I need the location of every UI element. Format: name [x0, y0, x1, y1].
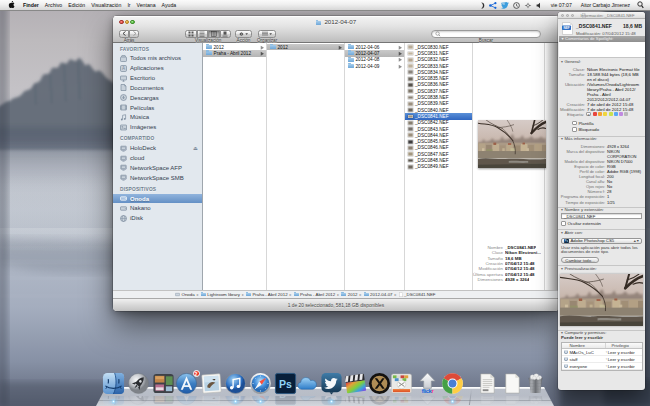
action-button[interactable]	[235, 30, 252, 38]
sidebar-item-cloud[interactable]: cloud	[113, 153, 202, 163]
sidebar-item-im-genes[interactable]: Imágenes	[113, 122, 202, 132]
section-preview[interactable]: Previsualización:	[561, 266, 597, 271]
tag-color-2[interactable]	[603, 112, 607, 116]
menu-user[interactable]: Aitor Carbajo Jimenez	[576, 2, 635, 8]
section-open-with[interactable]: Abrir con:	[561, 230, 583, 235]
tag-color-4[interactable]	[614, 112, 618, 116]
sidebar-item-descargas[interactable]: Descargas	[113, 93, 202, 103]
dock-cloud-app[interactable]	[296, 372, 319, 395]
info-minimize-button[interactable]	[566, 14, 569, 17]
dock-launchpad[interactable]	[127, 372, 150, 395]
network-share-icon[interactable]	[489, 2, 497, 9]
icon-view-button[interactable]	[185, 30, 197, 38]
menu-archivo[interactable]: Archivo	[42, 2, 65, 8]
sidebar-item-documentos[interactable]: Documentos	[113, 83, 202, 93]
keyboard-icon[interactable]	[524, 2, 532, 9]
dock-chrome[interactable]	[441, 372, 464, 395]
dock-photoshop[interactable]: PsPs	[274, 372, 297, 395]
menu-ventana[interactable]: Ventana	[134, 2, 159, 8]
sidebar-item-aplicaciones[interactable]: AAplicaciones	[113, 63, 202, 73]
search-input[interactable]	[431, 30, 541, 38]
tag-x-button[interactable]: x	[586, 112, 591, 117]
tag-color-0[interactable]	[593, 112, 597, 116]
forward-button[interactable]	[129, 30, 139, 38]
column-view-button[interactable]	[208, 30, 220, 38]
menu-ir[interactable]: Ir	[124, 2, 133, 8]
spotlight-icon[interactable]	[635, 1, 650, 9]
locked-checkbox-row[interactable]: Bloqueado	[572, 127, 599, 133]
breadcrumb-5[interactable]: 2012-04-07▸	[364, 292, 399, 297]
dock-app-store[interactable]: 2	[175, 372, 198, 395]
tag-color-3[interactable]	[609, 112, 613, 116]
folder-row-2012[interactable]: 2012▶	[267, 44, 344, 50]
tag-color-6[interactable]	[624, 112, 628, 116]
sidebar-item-nakano[interactable]: Nakano	[113, 203, 202, 213]
coverflow-view-button[interactable]	[220, 30, 232, 38]
menu-ayuda[interactable]: Ayuda	[159, 2, 180, 8]
sidebar-item-escritorio[interactable]: Escritorio	[113, 73, 202, 83]
breadcrumb-4[interactable]: 2012▸	[341, 292, 363, 297]
section-name-extension[interactable]: Nombre y extensión:	[561, 207, 604, 212]
section-general[interactable]: General:	[561, 59, 581, 64]
back-button[interactable]	[119, 30, 129, 38]
filename-field[interactable]: _DSC0841.NEF	[561, 213, 642, 220]
sidebar-item-m-sica[interactable]: Música	[113, 113, 202, 123]
timemachine-icon[interactable]	[513, 2, 520, 9]
dock-final-cut-pro[interactable]	[344, 372, 367, 395]
dock-game-app[interactable]	[390, 372, 413, 395]
dock-files-stack[interactable]	[501, 372, 524, 395]
dock-itunes[interactable]	[224, 372, 247, 395]
twitter-icon[interactable]	[501, 2, 509, 9]
template-checkbox[interactable]	[572, 121, 577, 126]
tag-color-1[interactable]	[598, 112, 602, 116]
breadcrumb-3[interactable]: Praha - Abril 2012▸	[294, 292, 342, 297]
file-row-_DSC0849.NEF[interactable]: _DSC0849.NEF	[405, 164, 472, 170]
template-checkbox-row[interactable]: Plantilla	[572, 120, 594, 126]
folder-row-2012-04-09[interactable]: 2012-04-09▶	[345, 63, 404, 69]
dock-flickr-uploadr[interactable]: flickr	[416, 372, 439, 395]
dock-documents-stack[interactable]	[476, 372, 499, 395]
breadcrumb-2[interactable]: Praha - Abril 2012▸	[246, 292, 294, 297]
change-all-button[interactable]: Cambiar todo...	[561, 257, 599, 263]
list-view-button[interactable]	[197, 30, 209, 38]
hide-extension-checkbox[interactable]	[561, 221, 566, 226]
dock-trash[interactable]	[524, 372, 547, 395]
permission-row-staff[interactable]: staff↕Leer y escribir	[562, 356, 642, 363]
crescent-icon[interactable]	[479, 2, 485, 9]
dock-mission-control[interactable]	[152, 372, 175, 395]
sidebar-item-pel-culas[interactable]: Películas	[113, 103, 202, 113]
info-close-button[interactable]	[561, 14, 564, 17]
organize-button[interactable]	[258, 30, 276, 38]
menu-clock[interactable]: vie 07:07	[547, 2, 576, 8]
dock-twitter[interactable]	[320, 372, 343, 395]
dock-safari[interactable]	[249, 372, 272, 395]
dock-x11[interactable]	[368, 372, 391, 395]
dock-finder[interactable]	[102, 372, 125, 395]
open-with-dropdown[interactable]: Ps Adobe Photoshop CS5 ▲▼	[561, 238, 642, 245]
volume-icon[interactable]	[536, 2, 543, 9]
eject-icon[interactable]: ⏏	[193, 145, 198, 151]
info-titlebar[interactable]: Información: _DSC0841.NEF	[558, 12, 645, 19]
info-preview-image[interactable]	[560, 274, 643, 326]
preview-thumbnail[interactable]	[478, 120, 546, 168]
tag-color-5[interactable]	[619, 112, 623, 116]
spotlight-comments-box[interactable]	[559, 42, 645, 58]
breadcrumb-0[interactable]: Onoda▸	[175, 292, 201, 297]
dock-preview-app[interactable]	[200, 372, 223, 395]
sidebar-item-idisk[interactable]: iDisk	[113, 213, 202, 223]
sidebar-item-todos-mis-archivos[interactable]: Todos mis archivos	[113, 54, 202, 64]
section-more-info[interactable]: Más información:	[561, 136, 597, 141]
breadcrumb-1[interactable]: Lightroom library▸	[201, 292, 246, 297]
permission-row-MAcOs_LuC[interactable]: MAcOs_LuC↕Leer y escribir	[562, 349, 642, 356]
breadcrumb-6[interactable]: _DSC0841.NEF	[399, 292, 436, 297]
hide-extension-row[interactable]: Ocultar extensión	[561, 221, 601, 227]
sidebar-item-holodeck[interactable]: HoloDeck⏏	[113, 143, 202, 153]
menu-finder[interactable]: Finder	[20, 2, 42, 8]
sidebar-item-networkspace-smb[interactable]: NetworkSpace SMB	[113, 173, 202, 183]
locked-checkbox[interactable]	[572, 127, 577, 132]
permission-row-everyone[interactable]: everyone↕Leer y escribir	[562, 363, 642, 370]
apple-menu-icon[interactable]	[8, 1, 15, 9]
menu-visualizacion[interactable]: Visualización	[88, 2, 124, 8]
sidebar-item-onoda[interactable]: Onoda	[113, 194, 202, 204]
sidebar-item-networkspace-afp[interactable]: NetworkSpace AFP	[113, 163, 202, 173]
